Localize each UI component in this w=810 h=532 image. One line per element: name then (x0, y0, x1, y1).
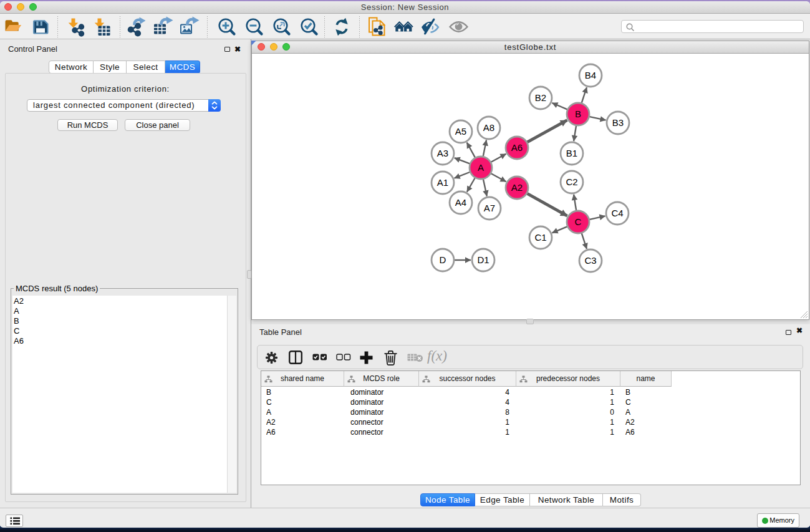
svg-text:A2: A2 (511, 182, 523, 193)
svg-text:B2: B2 (535, 92, 546, 103)
svg-text:C4: C4 (611, 208, 623, 218)
svg-text:C1: C1 (534, 232, 546, 243)
svg-text:B1: B1 (566, 148, 577, 158)
svg-text:A8: A8 (483, 122, 494, 133)
svg-text:C3: C3 (584, 255, 596, 266)
svg-text:A: A (478, 162, 484, 173)
svg-text:A4: A4 (455, 197, 466, 208)
svg-text:D: D (440, 254, 446, 265)
svg-text:D1: D1 (477, 254, 489, 265)
svg-text:A6: A6 (511, 142, 523, 153)
svg-text:C: C (575, 216, 582, 227)
svg-text:A1: A1 (437, 177, 448, 188)
svg-text:A5: A5 (455, 126, 466, 137)
svg-text:A3: A3 (437, 148, 448, 158)
svg-text:B4: B4 (585, 70, 596, 80)
svg-text:B: B (575, 109, 581, 119)
svg-text:C2: C2 (566, 177, 577, 187)
svg-text:A7: A7 (484, 203, 495, 213)
svg-text:B3: B3 (612, 117, 624, 128)
